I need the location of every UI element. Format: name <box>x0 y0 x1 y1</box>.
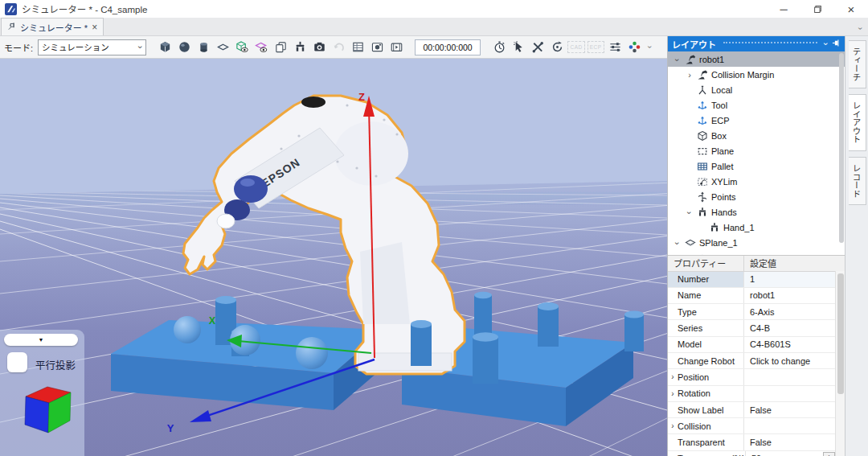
rotate-view-icon[interactable] <box>548 39 566 56</box>
orientation-cube[interactable] <box>16 383 72 441</box>
side-tab-1[interactable]: レイアウト <box>849 94 866 151</box>
scene-canvas[interactable]: EPSON <box>0 59 667 456</box>
minimize-button[interactable]: ─ <box>767 0 800 18</box>
tree-item-points[interactable]: Points <box>668 189 845 204</box>
property-row-transparent[interactable]: TransparentFalse <box>668 434 845 450</box>
duplicate-icon[interactable] <box>272 39 289 56</box>
mode-label: モード: <box>4 41 33 54</box>
property-value-text: False <box>750 438 772 447</box>
property-row-type[interactable]: Type6-Axis <box>668 304 845 320</box>
jog-tool-icon[interactable] <box>529 39 547 56</box>
property-row-collision[interactable]: ›Collision <box>668 418 845 434</box>
property-row-number[interactable]: Number1 <box>668 272 845 288</box>
expand-chevron[interactable]: › <box>673 238 682 248</box>
expand-chevron[interactable]: › <box>685 70 694 80</box>
tree-item-pallet[interactable]: Pallet <box>668 158 845 174</box>
property-value[interactable]: 1 <box>743 272 845 287</box>
plane-icon[interactable] <box>214 39 231 56</box>
part-colors-icon[interactable] <box>625 39 643 56</box>
tree-item-splane-1[interactable]: ›SPlane_1 <box>668 235 845 250</box>
close-button[interactable]: × <box>834 0 868 18</box>
cylinder-icon[interactable] <box>194 39 212 56</box>
side-tab-2[interactable]: レコード <box>849 157 866 205</box>
parallel-projection-checkbox[interactable] <box>7 352 27 372</box>
ecp-teach-icon[interactable]: ECP <box>587 39 604 56</box>
snapshot-icon[interactable] <box>368 39 386 56</box>
property-value[interactable] <box>743 418 845 433</box>
property-row-transparency-[interactable]: Transparency(%)50▲▼ <box>668 451 845 456</box>
3d-viewport[interactable]: EPSON <box>0 59 667 456</box>
spinner-up-icon[interactable]: ▲ <box>824 453 834 456</box>
tree-item-local[interactable]: Local <box>668 82 845 97</box>
simulator-tab[interactable]: シミュレーター * × <box>1 18 104 35</box>
tree-item-box[interactable]: Box <box>668 128 845 143</box>
properties-panel: プロパティー 設定値 Number1Namerobot1Type6-AxisSe… <box>668 255 845 456</box>
property-row-rotation[interactable]: ›Rotation <box>668 386 845 402</box>
timer-icon[interactable] <box>490 39 508 56</box>
restore-button[interactable] <box>800 0 834 18</box>
tree-item-collision-margin[interactable]: ›Collision Margin <box>668 67 845 82</box>
window-title: シミュレーター * - C4_sample <box>22 2 147 15</box>
property-row-model[interactable]: ModelC4-B601S <box>668 337 845 353</box>
property-row-series[interactable]: SeriesC4-B <box>668 320 845 336</box>
property-value[interactable]: C4-B601S <box>743 337 845 352</box>
video-icon[interactable] <box>387 39 405 56</box>
panel-chevron-icon[interactable]: › <box>822 43 831 46</box>
property-value[interactable]: robot1 <box>743 288 845 303</box>
property-row-position[interactable]: ›Position <box>668 369 845 385</box>
tree-item-plane[interactable]: Plane <box>668 143 845 158</box>
hand-icon <box>709 222 721 233</box>
properties-scrollbar-thumb[interactable] <box>837 273 844 394</box>
property-row-show-label[interactable]: Show LabelFalse <box>668 402 845 418</box>
property-value[interactable]: 50▲▼ <box>745 451 845 456</box>
pick-pointer-icon[interactable] <box>510 39 527 56</box>
property-expand-chevron[interactable]: › <box>668 389 678 398</box>
sphere-icon[interactable] <box>175 39 193 56</box>
property-value[interactable]: Click to change <box>743 353 845 368</box>
property-expand-chevron[interactable]: › <box>668 372 678 381</box>
properties-scrollbar[interactable] <box>835 271 845 456</box>
property-value[interactable]: C4-B <box>743 320 845 335</box>
property-expand-chevron[interactable]: › <box>668 421 678 430</box>
tree-item-hands[interactable]: ›Hands <box>668 204 845 220</box>
tree-item-xylim[interactable]: XYLim <box>668 174 845 189</box>
plane-visibility-icon[interactable] <box>252 39 270 56</box>
cube-icon[interactable] <box>156 39 174 56</box>
simulation-settings-icon[interactable] <box>606 39 624 56</box>
panel-pin-icon[interactable] <box>832 39 841 49</box>
tab-close-icon[interactable]: × <box>92 23 97 32</box>
property-row-change-robot[interactable]: Change RobotClick to change <box>668 353 845 369</box>
expand-chevron[interactable]: › <box>685 207 694 217</box>
cad-to-point-icon[interactable]: CAD <box>567 39 585 56</box>
tabbar-overflow-chevron[interactable]: › <box>856 27 865 30</box>
mode-select[interactable]: シミュレーション › <box>38 39 146 55</box>
box-visibility-icon[interactable] <box>233 39 251 56</box>
tree-item-label: Points <box>711 192 736 202</box>
property-value[interactable] <box>743 386 845 401</box>
property-row-name[interactable]: Namerobot1 <box>668 288 845 304</box>
side-tab-0[interactable]: ティーチ <box>849 40 866 88</box>
property-value[interactable] <box>743 369 845 384</box>
overlay-collapse-button[interactable]: ▼ <box>4 334 78 346</box>
tree-item-ecp[interactable]: ECP <box>668 113 845 128</box>
toolbar-overflow-chevron[interactable]: › <box>645 46 654 48</box>
mode-select-value: シミュレーション <box>42 41 139 53</box>
property-value[interactable]: 6-Axis <box>743 304 845 319</box>
property-value[interactable]: False <box>743 434 845 450</box>
panel-drag-grip[interactable] <box>723 42 817 46</box>
hand-icon[interactable] <box>291 39 309 56</box>
layout-panel-header[interactable]: レイアウト › <box>668 36 845 51</box>
cube-front-face[interactable] <box>25 396 49 433</box>
expand-chevron[interactable]: › <box>673 55 682 64</box>
property-grid-icon[interactable] <box>349 39 366 56</box>
tree-item-robot1[interactable]: ›robot1 <box>668 51 845 67</box>
property-column-header: プロパティー <box>668 257 743 269</box>
tree-item-tool[interactable]: Tool <box>668 97 845 113</box>
tree-scrollbar-thumb[interactable] <box>839 53 844 243</box>
tree-item-hand-1[interactable]: Hand_1 <box>668 220 845 235</box>
property-value[interactable]: False <box>743 402 845 417</box>
undo-icon[interactable] <box>330 39 347 56</box>
value-spinner[interactable]: ▲▼ <box>823 452 835 456</box>
camera-icon[interactable] <box>310 39 328 56</box>
peg-part-front[interactable] <box>411 320 432 366</box>
